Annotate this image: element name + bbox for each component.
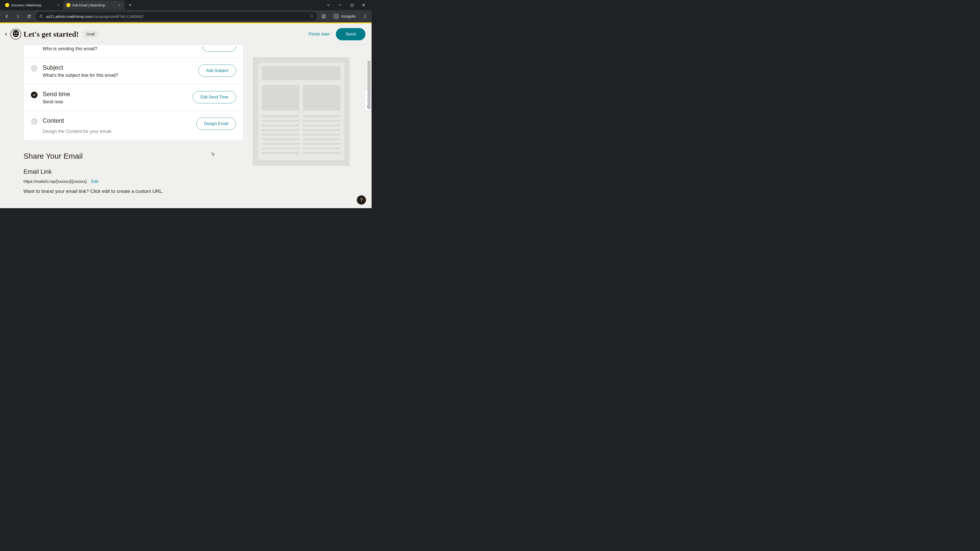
- email-link-description: Want to brand your email link? Click edi…: [24, 189, 243, 194]
- preview-col-left: [262, 85, 299, 157]
- left-column: Who is sending this email? Add From Subj…: [0, 45, 253, 208]
- preview-text-line: [303, 134, 340, 136]
- email-link-heading: Email Link: [24, 168, 243, 175]
- preview-text-line: [303, 143, 340, 145]
- menu-button[interactable]: [360, 12, 369, 21]
- send-time-subtitle: Send now: [43, 99, 188, 105]
- reload-button[interactable]: [24, 12, 34, 21]
- svg-rect-4: [40, 16, 42, 17]
- lock-icon: [39, 14, 43, 19]
- email-link-row: https://mailchi.mp/[xxxxxx]/[xxxxxx] Edi…: [24, 179, 243, 184]
- from-subtitle: Who is sending this email?: [43, 46, 197, 52]
- mailchimp-logo[interactable]: [10, 29, 21, 40]
- preview-columns: [262, 85, 340, 157]
- incognito-icon: [333, 13, 339, 19]
- preview-text-line: [303, 152, 340, 154]
- chevron-down-icon[interactable]: [323, 1, 334, 9]
- subject-subtitle: What's the subject line for this email?: [43, 73, 193, 78]
- check-icon-complete: [31, 92, 38, 98]
- preview-text-line: [303, 124, 340, 127]
- close-window-button[interactable]: [358, 1, 369, 9]
- url-text: us21.admin.mailchimp.com/campaigns/edit?…: [46, 14, 143, 19]
- preview-text-line: [303, 115, 340, 118]
- tab-title: Success | Mailchimp: [11, 3, 54, 7]
- check-icon-incomplete: [31, 118, 38, 125]
- svg-point-5: [365, 15, 366, 16]
- preview-text-line: [262, 115, 299, 118]
- share-heading: Share Your Email: [24, 152, 243, 160]
- section-content: Content Design the Content for your emai…: [24, 111, 243, 140]
- page-content: Let's get started! Draft Finish later Se…: [0, 22, 372, 208]
- finish-later-link[interactable]: Finish later: [309, 32, 330, 37]
- close-icon[interactable]: ×: [56, 3, 60, 7]
- svg-rect-1: [351, 4, 353, 6]
- preview-text-line: [262, 134, 299, 136]
- preview-text-line: [303, 120, 340, 122]
- preview-text-line: [303, 129, 340, 131]
- preview-text-line: [262, 143, 299, 145]
- scrollbar-track[interactable]: [368, 24, 371, 208]
- svg-point-6: [365, 16, 366, 17]
- page-header: Let's get started! Draft Finish later Se…: [0, 24, 372, 45]
- svg-point-9: [13, 30, 19, 37]
- content-title: Content: [43, 117, 191, 124]
- mailchimp-favicon: [66, 3, 70, 7]
- svg-point-10: [14, 32, 16, 34]
- share-section: Share Your Email Email Link https://mail…: [24, 141, 243, 194]
- maximize-button[interactable]: [346, 1, 358, 9]
- status-badge: Draft: [83, 30, 99, 38]
- preview-text-line: [262, 138, 299, 140]
- mailchimp-favicon: [5, 3, 9, 7]
- preview-text-line: [262, 152, 299, 154]
- extensions-icon[interactable]: [319, 12, 328, 21]
- tab-bar: Success | Mailchimp × Edit Email | Mailc…: [0, 0, 372, 10]
- preview-image-placeholder: [262, 85, 299, 111]
- section-from: Who is sending this email? Add From: [24, 45, 243, 58]
- bookmark-star-icon[interactable]: ☆: [310, 14, 313, 19]
- tab-title: Edit Email | Mailchimp: [73, 3, 115, 7]
- add-from-button[interactable]: Add From: [202, 46, 236, 52]
- new-tab-button[interactable]: +: [127, 2, 134, 9]
- preview-text-line: [262, 148, 299, 149]
- help-button[interactable]: ?: [357, 195, 366, 205]
- email-link-url: https://mailchi.mp/[xxxxxx]/[xxxxxx]: [24, 179, 86, 184]
- back-button[interactable]: [2, 12, 11, 21]
- tab-edit-email[interactable]: Edit Email | Mailchimp ×: [63, 0, 124, 10]
- preview-text-line: [262, 124, 299, 127]
- email-preview[interactable]: [253, 57, 350, 166]
- tab-success[interactable]: Success | Mailchimp ×: [2, 0, 63, 10]
- edit-link-button[interactable]: Edit: [91, 179, 99, 184]
- content-subtitle: Design the Content for your email.: [43, 129, 191, 134]
- edit-send-time-button[interactable]: Edit Send Time: [192, 91, 236, 103]
- close-icon[interactable]: ×: [118, 3, 121, 7]
- preview-inner: [258, 63, 344, 160]
- forward-button[interactable]: [13, 12, 22, 21]
- scrollbar-thumb[interactable]: [368, 61, 371, 109]
- page-title: Let's get started!: [24, 30, 79, 38]
- section-send-time: Send time Send now Edit Send Time: [24, 84, 243, 111]
- incognito-label: Incognito: [341, 14, 356, 18]
- url-bar[interactable]: us21.admin.mailchimp.com/campaigns/edit?…: [36, 12, 317, 21]
- preview-text-line: [262, 120, 299, 122]
- right-column: [253, 45, 364, 208]
- preview-text-line: [262, 129, 299, 131]
- minimize-button[interactable]: [334, 1, 346, 9]
- subject-title: Subject: [43, 64, 193, 71]
- back-chevron-icon[interactable]: [2, 30, 10, 38]
- svg-point-7: [365, 17, 366, 18]
- window-controls: [323, 0, 369, 10]
- browser-chrome: Success | Mailchimp × Edit Email | Mailc…: [0, 0, 372, 22]
- check-icon-incomplete: [31, 65, 38, 72]
- send-time-title: Send time: [43, 91, 188, 98]
- design-email-button[interactable]: Design Email: [196, 118, 236, 130]
- campaign-sections: Who is sending this email? Add From Subj…: [24, 45, 243, 141]
- add-subject-button[interactable]: Add Subject: [198, 65, 236, 77]
- incognito-badge[interactable]: Incognito: [331, 13, 358, 19]
- address-bar: us21.admin.mailchimp.com/campaigns/edit?…: [0, 10, 372, 22]
- preview-text-line: [303, 148, 340, 149]
- send-button[interactable]: Send: [336, 28, 366, 40]
- content-area: Who is sending this email? Add From Subj…: [0, 45, 372, 208]
- preview-image-placeholder: [303, 85, 340, 111]
- preview-header-placeholder: [262, 66, 340, 80]
- preview-text-line: [303, 138, 340, 140]
